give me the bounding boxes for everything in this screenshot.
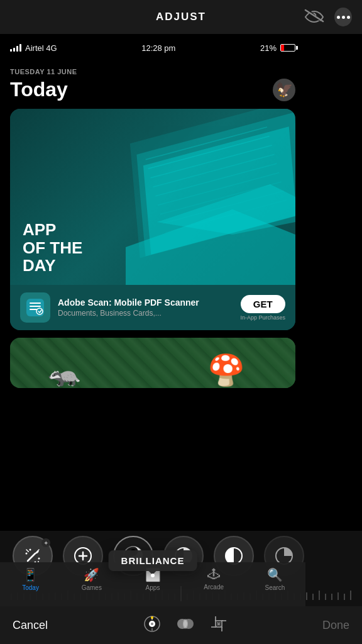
get-btn-container: GET In-App Purchases [240,295,285,321]
aotd-label-line2: OF THE [23,239,82,257]
signal-bar-2 [13,48,15,52]
battery-percent: 21% [260,43,277,53]
filters-icon[interactable] [176,615,195,635]
dot-indicator [151,574,155,577]
get-button[interactable]: GET [241,295,285,313]
svg-point-92 [183,619,188,629]
battery-fill [281,45,284,51]
carrier-label: Airtel 4G [25,43,57,53]
svg-point-15 [26,553,28,555]
app-name: Adobe Scan: Mobile PDF Scanner [58,297,233,308]
status-left: Airtel 4G [10,43,57,53]
app-info-row: Adobe Scan: Mobile PDF Scanner Documents… [10,285,295,330]
signal-bars [10,44,21,52]
signal-bar-3 [16,46,18,52]
animal-emoji: 🦡 [48,357,80,388]
eye-slash-icon[interactable] [304,9,324,25]
aotd-text-overlay: APP OF THE DAY [10,211,95,285]
svg-line-2 [150,145,272,178]
header-right-icons [304,8,352,26]
svg-rect-93 [215,616,216,628]
signal-bar-1 [10,49,12,52]
svg-point-89 [151,616,153,619]
svg-rect-11 [30,306,41,307]
svg-line-1 [148,136,270,169]
aotd-label-line3: DAY [23,257,82,275]
aotd-card[interactable]: APP OF THE DAY Adobe [10,109,295,330]
done-button[interactable]: Done [322,619,349,632]
aotd-image-area: APP OF THE DAY [10,109,295,285]
today-row: Today 🦅 [10,78,295,101]
svg-rect-10 [30,303,41,304]
app-store-content: TUESDAY 11 JUNE Today 🦅 [0,62,305,388]
svg-rect-96 [215,620,226,621]
date-label: TUESDAY 11 JUNE [10,68,295,75]
tab-search[interactable]: 🔍 Search [244,567,305,591]
tab-games-label: Games [82,584,102,591]
avatar[interactable]: 🦅 [273,79,295,101]
second-card[interactable]: 🍄 🦡 [10,338,295,388]
app-subtitle: Documents, Business Cards,... [58,309,233,318]
in-app-text: In-App Purchases [240,314,285,321]
svg-point-13 [36,308,43,314]
today-title: Today [10,78,68,101]
svg-point-14 [30,549,31,551]
svg-point-16 [38,558,40,560]
tab-today-label: Today [22,584,39,591]
battery-icon [280,44,295,52]
phone-screen: Airtel 4G 12:28 pm 21% TUESDAY 11 JUNE T… [0,34,305,606]
aotd-label-line1: APP [23,221,82,239]
svg-line-3 [153,155,274,187]
svg-rect-12 [30,309,37,310]
svg-rect-94 [211,626,222,628]
adjust-title: ADJUST [156,11,206,23]
adjustments-icon[interactable] [143,615,161,635]
svg-line-0 [146,127,267,160]
status-bar: Airtel 4G 12:28 pm 21% [0,34,305,62]
crop-icon[interactable] [210,615,228,635]
tab-apps-label: Apps [146,584,160,591]
mushroom-emoji: 🍄 [207,353,245,388]
editing-toolbar: Cancel [0,606,362,644]
signal-bar-4 [19,44,21,52]
app-icon [20,292,50,323]
tab-search-label: Search [265,584,285,591]
adjust-bar: ADJUST [0,0,362,34]
toolbar-icons [143,615,228,635]
time-label: 12:28 pm [141,43,175,53]
tab-arcade-label: Arcade [204,584,224,591]
geo-lines-svg [107,109,295,285]
brilliance-tooltip: BRILLIANCE [109,550,197,571]
svg-point-86 [151,623,153,625]
svg-rect-95 [221,620,222,631]
status-right: 21% [260,43,295,53]
cancel-button[interactable]: Cancel [13,619,48,632]
app-details: Adobe Scan: Mobile PDF Scanner Documents… [58,297,233,318]
tab-today[interactable]: 📱 Today [0,567,61,591]
more-icon[interactable] [334,8,352,26]
